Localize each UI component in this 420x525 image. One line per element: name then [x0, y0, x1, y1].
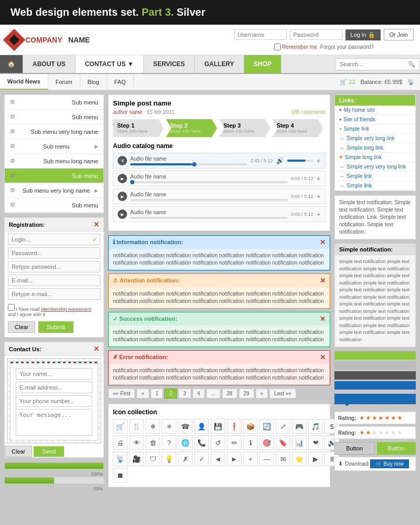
search-input[interactable]: [340, 61, 408, 67]
icon-music[interactable]: 🎵: [308, 419, 323, 434]
page-28[interactable]: 28: [222, 388, 237, 398]
password-input[interactable]: [290, 29, 342, 40]
step-4[interactable]: Step 4 More info here: [272, 119, 323, 137]
error-notif-close[interactable]: ✕: [320, 353, 326, 361]
page-4[interactable]: 4: [193, 388, 205, 398]
icon-bookmark[interactable]: 🔖: [276, 435, 290, 450]
contact-send-button[interactable]: Send: [34, 446, 64, 457]
link-6-text[interactable]: Simple long link: [345, 154, 382, 160]
button-green[interactable]: Button: [377, 442, 416, 455]
nav-gallery[interactable]: GALLERY: [195, 55, 244, 73]
page-1[interactable]: 1: [151, 388, 163, 398]
retype-password-input[interactable]: [8, 261, 100, 272]
add-icon-3[interactable]: +: [317, 192, 321, 201]
icon-asterisk[interactable]: ✳: [162, 419, 176, 434]
sidebar-item-3[interactable]: ⚙Sub menu very long name: [5, 124, 103, 139]
nav-services[interactable]: SERVICES: [144, 55, 195, 73]
icon-sync[interactable]: ↺: [211, 435, 225, 450]
nav-home[interactable]: 🏠: [0, 55, 23, 73]
audio-progress-3[interactable]: [130, 199, 288, 201]
sidebar-item-2[interactable]: ⚙Sub menu: [5, 110, 103, 124]
icon-expand[interactable]: ⤢: [276, 419, 290, 434]
link-5[interactable]: →Simple long link: [335, 143, 415, 153]
password-reg-input[interactable]: [8, 248, 100, 258]
nav-shop[interactable]: SHOP: [244, 55, 281, 73]
icon-snowflake[interactable]: ❄: [145, 419, 160, 434]
icon-phone2[interactable]: 📞: [194, 435, 209, 450]
login-input[interactable]: [8, 234, 90, 245]
contact-message-input[interactable]: [16, 410, 92, 434]
username-input[interactable]: [234, 29, 287, 40]
icon-target[interactable]: 🎯: [259, 435, 274, 450]
add-icon-1[interactable]: +: [317, 156, 321, 165]
icon-trash[interactable]: 🗑: [145, 435, 160, 450]
icon-rss[interactable]: 📡: [113, 452, 128, 466]
icon-heart[interactable]: ❤: [308, 435, 323, 450]
icon-eye[interactable]: 👁: [129, 435, 144, 450]
pause-button-1[interactable]: ⏸: [118, 156, 127, 165]
icon-video[interactable]: 🎥: [129, 452, 144, 466]
reg-clear-button[interactable]: Clear: [8, 321, 35, 333]
page-prev[interactable]: «: [136, 388, 149, 398]
link-5-text[interactable]: Simple long link: [346, 145, 383, 151]
icon-right[interactable]: ►: [227, 452, 242, 466]
retype-email-input[interactable]: [8, 289, 100, 299]
login-button[interactable]: Log in 🔒: [345, 29, 381, 40]
audio-progress-2[interactable]: [130, 181, 288, 183]
membership-link[interactable]: Membership Agreement: [41, 307, 91, 312]
icon-chart[interactable]: 📊: [292, 435, 307, 450]
button-gray[interactable]: Button: [334, 442, 375, 455]
sidebar-item-1[interactable]: ⚙Sub menu: [5, 95, 103, 110]
tab-forum[interactable]: Forum: [48, 75, 80, 89]
link-7-text[interactable]: Simple very very long link: [346, 164, 406, 170]
contact-phone-input[interactable]: [16, 396, 92, 406]
icon-question[interactable]: ?: [162, 435, 176, 450]
sidebar-item-6[interactable]: ⚙Sub menu: [5, 169, 103, 183]
tab-blog[interactable]: Blog: [80, 75, 107, 89]
sidebar-item-5[interactable]: ⚙Sub menu long name: [5, 154, 103, 169]
link-8-text[interactable]: Simple link: [346, 173, 372, 179]
remember-checkbox[interactable]: [274, 44, 281, 50]
icon-info[interactable]: ℹ: [243, 435, 258, 450]
contact-close[interactable]: ✕: [93, 345, 99, 353]
icon-check[interactable]: ✓: [194, 452, 209, 466]
page-3[interactable]: 3: [178, 388, 191, 398]
page-29[interactable]: 29: [239, 388, 254, 398]
nav-about[interactable]: ABOUT US: [23, 55, 76, 73]
contact-clear-button[interactable]: Clear: [5, 446, 32, 457]
post-comments[interactable]: 185 comments: [291, 109, 326, 115]
link-4[interactable]: →Simple very long link: [335, 134, 415, 143]
audio-progress-1[interactable]: [130, 163, 247, 165]
icon-exclaim[interactable]: ❗: [227, 419, 242, 434]
success-notif-close[interactable]: ✕: [320, 315, 326, 323]
play-button-4[interactable]: ▶: [118, 209, 127, 219]
sidebar-item-4[interactable]: ⚙Sub menu ▶: [5, 139, 103, 154]
icon-pencil[interactable]: ✏: [227, 435, 242, 450]
info-notif-close[interactable]: ✕: [320, 238, 326, 246]
link-8[interactable]: →Simple link: [335, 172, 415, 181]
icon-print[interactable]: 🖨: [113, 435, 128, 450]
play-button-3[interactable]: ▶: [118, 192, 127, 201]
agreement-checkbox[interactable]: [8, 304, 15, 311]
icon-shield[interactable]: 🛡: [145, 452, 160, 466]
icon-email[interactable]: ✉: [276, 452, 290, 466]
icon-globe[interactable]: 🌐: [178, 435, 193, 450]
icon-bulb[interactable]: 💡: [162, 452, 176, 466]
contact-name-input[interactable]: [16, 369, 92, 379]
icon-x[interactable]: ✗: [178, 452, 193, 466]
icon-stop[interactable]: ⏹: [113, 468, 128, 482]
tab-world-news[interactable]: World News: [0, 74, 48, 90]
volume-bar-1[interactable]: [287, 160, 313, 162]
reg-submit-button[interactable]: Submit: [38, 321, 73, 333]
link-7[interactable]: →Simple very very long link: [335, 162, 415, 172]
contact-email-input[interactable]: [16, 382, 92, 393]
icon-box[interactable]: 📦: [243, 419, 258, 434]
icon-phone[interactable]: ☎: [178, 419, 193, 434]
add-icon-4[interactable]: +: [317, 210, 321, 218]
page-first[interactable]: «« First: [108, 388, 135, 398]
link-6[interactable]: ✱Simple long link: [335, 153, 415, 162]
icon-play[interactable]: ▶: [308, 452, 323, 466]
icon-save[interactable]: 💾: [211, 419, 225, 434]
icon-minus[interactable]: —: [259, 452, 274, 466]
add-icon-2[interactable]: +: [317, 174, 321, 183]
